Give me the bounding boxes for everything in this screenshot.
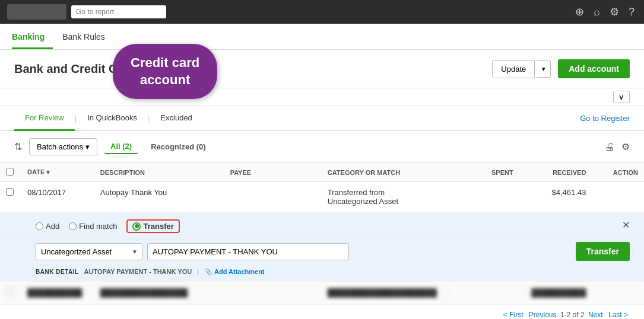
date-sort-icon[interactable]: ▾: [46, 168, 50, 176]
batch-actions-label: Batch actions: [37, 142, 83, 151]
expanded-radio-group: Add Find match Transfer ✕: [36, 216, 630, 239]
content-tabs: For Review | In QuickBooks | Excluded Go…: [0, 106, 644, 131]
header-category: CATEGORY OR MATCH: [322, 163, 454, 182]
blurred-spent: [454, 282, 519, 304]
transfer-memo-input[interactable]: [147, 243, 349, 260]
credit-card-tooltip: Credit cardaccount: [113, 44, 217, 99]
search-icon[interactable]: ⌕: [591, 4, 602, 21]
header-received: RECEIVED: [519, 163, 592, 182]
blurred-desc: ████████████████: [94, 282, 224, 304]
pagination-previous[interactable]: Previous: [529, 311, 557, 319]
blurred-row: ██████████ ████████████████ ████████████…: [0, 282, 644, 304]
radio-findmatch[interactable]: [69, 222, 77, 230]
subnav-tab-bank-rules[interactable]: Bank Rules: [62, 26, 113, 49]
sub-navigation: Banking Bank Rules: [0, 24, 644, 50]
header-date: DATE ▾: [21, 163, 94, 182]
print-icon[interactable]: 🖨: [605, 142, 614, 152]
expanded-row-fields: Uncategorized Asset Transfer BANK DETAIL…: [0, 240, 644, 282]
settings-icon[interactable]: ⚙: [607, 3, 621, 21]
blurred-category: ████████████████████: [322, 282, 454, 304]
subnav-tab-banking[interactable]: Banking: [12, 26, 53, 49]
pagination-first[interactable]: < First: [503, 311, 524, 319]
radio-findmatch-option[interactable]: Find match: [69, 222, 117, 231]
header-payee: PAYEE: [224, 163, 322, 182]
cell-payee: [224, 182, 322, 212]
expanded-fields-row: Uncategorized Asset Transfer: [36, 240, 630, 267]
header-action: ACTION: [592, 163, 644, 182]
table-settings-icon[interactable]: ⚙: [621, 141, 630, 152]
pagination-row: < First Previous 1-2 of 2 Next Last >: [0, 304, 644, 319]
category-select[interactable]: Uncategorized Asset: [36, 243, 142, 260]
app-logo: [7, 4, 66, 20]
add-attachment-link[interactable]: 📎 Add Attachment: [204, 268, 264, 275]
close-button[interactable]: ✕: [622, 219, 630, 231]
filter-all-tab[interactable]: All (2): [104, 139, 138, 154]
collapse-button[interactable]: ∨: [613, 91, 630, 103]
blurred-action: [592, 282, 644, 304]
global-search-input[interactable]: [71, 5, 166, 18]
update-button[interactable]: Update: [492, 60, 535, 78]
row-checkbox[interactable]: [6, 188, 14, 196]
batch-actions-button[interactable]: Batch actions ▾: [29, 138, 97, 155]
blurred-received: ██████████: [519, 282, 592, 304]
transfer-radio-selected[interactable]: [132, 222, 141, 231]
cell-description: Autopay Thank You: [94, 182, 224, 212]
transfer-action-button[interactable]: Transfer: [576, 242, 630, 261]
add-attachment-label: Add Attachment: [214, 268, 265, 275]
tab-in-quickbooks[interactable]: In QuickBooks: [77, 106, 148, 131]
filter-recognized-tab[interactable]: Recognized (0): [145, 140, 211, 154]
cell-received: $4,461.43: [519, 182, 592, 212]
sort-icon[interactable]: ⇅: [14, 141, 22, 152]
header-description: DESCRIPTION: [94, 163, 224, 182]
radio-add-option[interactable]: Add: [36, 222, 59, 231]
transactions-table: DATE ▾ DESCRIPTION PAYEE CATEGORY OR MAT…: [0, 163, 644, 304]
radio-add[interactable]: [36, 222, 43, 230]
cell-date: 08/10/2017: [21, 182, 94, 212]
add-account-button[interactable]: Add account: [558, 59, 630, 78]
top-navigation: ⊕ ⌕ ⚙ ?: [0, 0, 644, 24]
blurred-checkbox: [6, 288, 14, 296]
collapse-row: ∨: [0, 88, 644, 106]
table-toolbar: ⇅ Batch actions ▾ All (2) Recognized (0)…: [0, 131, 644, 163]
cell-action: [592, 182, 644, 212]
bank-detail-value: AUTOPAY PAYMENT - THANK YOU: [84, 268, 192, 275]
batch-dropdown-icon: ▾: [85, 142, 90, 151]
bank-detail-row: BANK DETAIL AUTOPAY PAYMENT - THANK YOU …: [36, 267, 630, 279]
category-select-wrapper: Uncategorized Asset: [36, 243, 142, 260]
page-header: Bank and Credit Cards Credit cardaccount…: [0, 50, 644, 88]
cell-category: Transferred fromUncategorized Asset: [322, 182, 454, 212]
transfer-option-box: Transfer: [126, 219, 179, 233]
select-all-checkbox[interactable]: [6, 168, 14, 176]
pagination-info: 1-2 of 2: [560, 311, 585, 319]
header-actions: Update ▾ Add account: [492, 59, 630, 78]
radio-transfer-label: Transfer: [143, 222, 173, 231]
pagination-next[interactable]: Next: [588, 311, 603, 319]
expanded-row-options: Add Find match Transfer ✕: [0, 212, 644, 240]
goto-register-link[interactable]: Go to Register: [580, 107, 630, 130]
update-dropdown-button[interactable]: ▾: [537, 60, 551, 78]
cell-spent: [454, 182, 519, 212]
help-icon[interactable]: ?: [626, 4, 637, 21]
plus-icon[interactable]: ⊕: [573, 3, 586, 21]
table-row: 08/10/2017 Autopay Thank You Transferred…: [0, 182, 644, 212]
pagination-last[interactable]: Last >: [608, 311, 628, 319]
blurred-date: ██████████: [21, 282, 94, 304]
tab-excluded[interactable]: Excluded: [150, 106, 202, 131]
blurred-payee: [224, 282, 322, 304]
header-spent: SPENT: [454, 163, 519, 182]
bank-detail-label: BANK DETAIL: [36, 269, 79, 275]
tab-for-review[interactable]: For Review: [14, 106, 75, 131]
table-area: ⇅ Batch actions ▾ All (2) Recognized (0)…: [0, 131, 644, 319]
